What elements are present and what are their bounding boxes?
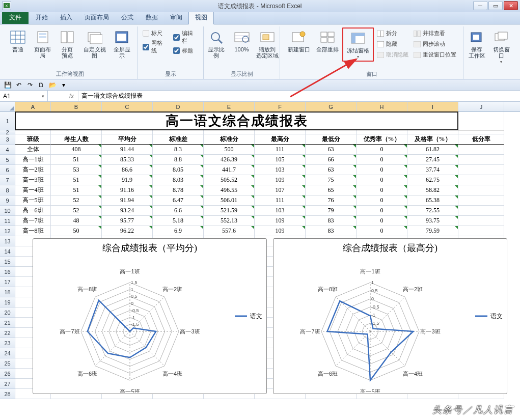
cell[interactable]: 66 [306, 155, 357, 165]
cell[interactable] [458, 216, 504, 226]
row-header-2[interactable]: 2 [0, 130, 15, 134]
cell[interactable]: 109 [255, 226, 306, 236]
tab-review[interactable]: 审阅 [164, 11, 188, 24]
cell[interactable]: 63 [306, 165, 357, 175]
tab-page-layout[interactable]: 页面布局 [78, 11, 115, 24]
cell[interactable]: 51 [51, 155, 102, 165]
cell[interactable]: 103 [255, 165, 306, 175]
cell[interactable]: 75 [306, 175, 357, 185]
row-header-9[interactable]: 9 [0, 195, 15, 206]
redo-icon[interactable]: ↷ [25, 81, 35, 89]
cell[interactable]: 8.3 [153, 145, 204, 155]
hide-button[interactable]: 隐藏 [377, 40, 408, 48]
cell[interactable]: 111 [255, 195, 306, 206]
column-header-C[interactable]: C [102, 102, 153, 111]
cell[interactable]: 高一6班 [15, 206, 51, 216]
row-header-16[interactable]: 16 [0, 267, 15, 277]
tab-view[interactable]: 视图 [188, 11, 214, 24]
cell[interactable]: 0 [357, 195, 407, 206]
row-header-21[interactable]: 21 [0, 318, 15, 328]
cell[interactable]: 8.78 [153, 185, 204, 195]
cell[interactable]: 6.6 [153, 206, 204, 216]
column-header-I[interactable]: I [407, 102, 458, 111]
name-box[interactable]: A1▾ [0, 91, 48, 101]
row-header-28[interactable]: 28 [0, 389, 15, 399]
cell[interactable]: 63 [306, 145, 357, 155]
open-icon[interactable]: 📂 [48, 81, 57, 89]
row-header-4[interactable]: 4 [0, 145, 15, 155]
row-header-5[interactable]: 5 [0, 155, 15, 165]
cell[interactable] [458, 165, 504, 175]
chart-max[interactable]: 综合成绩报表（最高分) 高一1班高一2班高一3班高一4班高一5班高一6班高一7班… [273, 238, 507, 394]
more-icon[interactable]: ▾ [59, 81, 68, 89]
column-header-J[interactable]: J [458, 102, 504, 111]
row-header-8[interactable]: 8 [0, 185, 15, 195]
check-headings[interactable]: 标题 [173, 47, 199, 54]
switch-window-button[interactable]: 切换窗口 ▾ [489, 27, 513, 66]
cell[interactable]: 高一2班 [15, 165, 51, 175]
cell[interactable]: 53 [51, 165, 102, 175]
new-icon[interactable]: 🗋 [37, 81, 46, 89]
cell[interactable]: 91.44 [102, 145, 153, 155]
cell[interactable]: 51 [51, 175, 102, 185]
view-page-layout-button[interactable]: 页面布局 [31, 27, 54, 60]
cell[interactable]: 521.59 [204, 206, 255, 216]
row-header-27[interactable]: 27 [0, 379, 15, 389]
tab-insert[interactable]: 插入 [54, 11, 78, 24]
cell[interactable]: 0 [357, 226, 407, 236]
cell[interactable]: 65 [306, 185, 357, 195]
row-header-24[interactable]: 24 [0, 348, 15, 358]
cell[interactable]: 51 [51, 185, 102, 195]
cell[interactable]: 高一3班 [15, 175, 51, 185]
cell[interactable]: 91.9 [102, 175, 153, 185]
tab-data[interactable]: 数据 [140, 11, 164, 24]
cell[interactable] [458, 206, 504, 216]
cell[interactable]: 0 [357, 145, 407, 155]
worksheet[interactable]: ABCDEFGHIJ 1高一语文综合成绩报表23班级考生人数平均分标准差标准分最… [0, 102, 520, 399]
cell[interactable]: 111 [255, 145, 306, 155]
row-header-26[interactable]: 26 [0, 369, 15, 379]
cell[interactable]: 103 [255, 206, 306, 216]
column-header-H[interactable]: H [357, 102, 407, 111]
cell[interactable] [458, 185, 504, 195]
column-header-A[interactable]: A [15, 102, 51, 111]
row-header-14[interactable]: 14 [0, 246, 15, 257]
zoom-100-button[interactable]: 100% [230, 27, 254, 54]
cell[interactable]: 552.13 [204, 216, 255, 226]
row-header-15[interactable]: 15 [0, 257, 15, 267]
view-normal-button[interactable]: 普通 [6, 27, 30, 54]
cell[interactable]: 96.22 [102, 226, 153, 236]
row-header-19[interactable]: 19 [0, 297, 15, 307]
row-header-22[interactable]: 22 [0, 328, 15, 338]
save-icon[interactable]: 💾 [3, 81, 12, 89]
chart-average[interactable]: 综合成绩报表（平均分) 高一1班高一2班高一3班高一4班高一5班高一6班高一7班… [33, 238, 267, 394]
cell[interactable]: 500 [204, 145, 255, 155]
save-workspace-button[interactable]: 保存 工作区 [465, 27, 488, 60]
cell[interactable]: 107 [255, 185, 306, 195]
cell[interactable]: 高一1班 [15, 155, 51, 165]
cell[interactable]: 441.7 [204, 165, 255, 175]
column-header-F[interactable]: F [255, 102, 306, 111]
column-header-B[interactable]: B [51, 102, 102, 111]
row-header-12[interactable]: 12 [0, 226, 15, 236]
cell[interactable]: 6.47 [153, 195, 204, 206]
new-window-button[interactable]: 新建窗口 [285, 27, 313, 54]
row-header-11[interactable]: 11 [0, 216, 15, 226]
cell[interactable]: 50 [51, 226, 102, 236]
freeze-panes-button[interactable]: 冻结窗格 ▾ [344, 29, 372, 61]
cell[interactable]: 全体 [15, 145, 51, 155]
view-custom-button[interactable]: 自定义视图 [80, 27, 109, 60]
cell[interactable]: 83 [306, 226, 357, 236]
column-header-D[interactable]: D [153, 102, 204, 111]
check-ruler[interactable]: 标尺 [143, 30, 168, 37]
cell[interactable]: 0 [357, 206, 407, 216]
cell[interactable]: 65.38 [407, 195, 458, 206]
zoom-to-selection-button[interactable]: 缩放到 选定区域 [255, 27, 280, 60]
cell[interactable]: 496.55 [204, 185, 255, 195]
cell[interactable]: 37.74 [407, 165, 458, 175]
cell[interactable]: 76 [306, 195, 357, 206]
cell[interactable] [458, 226, 504, 236]
cell[interactable]: 79.59 [407, 226, 458, 236]
arrange-all-button[interactable]: 全部重排 [314, 27, 341, 54]
cell[interactable]: 高一8班 [15, 226, 51, 236]
